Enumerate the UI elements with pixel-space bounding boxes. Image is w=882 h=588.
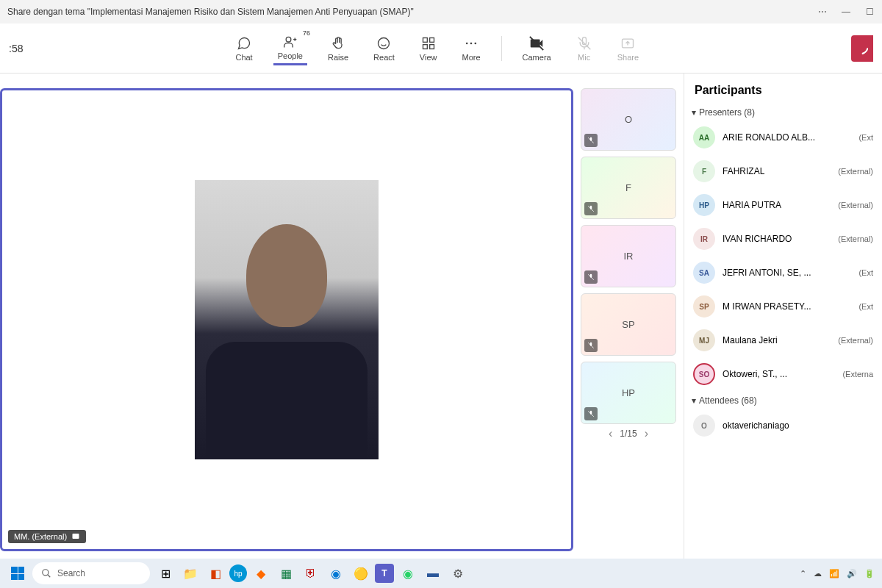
camera-button[interactable]: Camera: [518, 32, 556, 65]
battery-icon[interactable]: 🔋: [864, 569, 875, 578]
participant-row[interactable]: Ooktaverichaniago: [692, 410, 875, 441]
view-icon: [420, 35, 437, 51]
share-icon: [620, 35, 636, 51]
mcafee-icon[interactable]: ⛨: [300, 562, 322, 584]
svg-point-1: [379, 37, 390, 49]
participant-name: FAHRIZAL: [723, 166, 831, 176]
more-window-icon[interactable]: ⋯: [817, 7, 828, 17]
leave-button[interactable]: [851, 35, 873, 62]
windows-taskbar: Search ⊞ 📁 ◧ hp ◆ ▦ ⛨ ◉ 🟡 T ◉ ▬ ⚙ ⌃ ☁ 📶 …: [0, 559, 882, 588]
react-button[interactable]: React: [369, 32, 399, 65]
participant-row[interactable]: SAJEFRI ANTONI, SE, ...(Ext: [692, 257, 875, 288]
svg-point-7: [470, 42, 473, 44]
svg-point-6: [466, 42, 468, 44]
wifi-icon[interactable]: 📶: [829, 569, 839, 578]
speaker-name-label: MM. (External): [8, 530, 86, 543]
edge-icon[interactable]: ◉: [325, 562, 347, 584]
participant-row[interactable]: MJMaulana Jekri(External): [692, 325, 875, 356]
participant-tag: (Ext: [858, 268, 873, 277]
toolbar-divider: [501, 36, 502, 61]
raise-button[interactable]: Raise: [323, 32, 353, 65]
participant-thumbnail[interactable]: SP: [581, 293, 676, 356]
more-button[interactable]: More: [457, 32, 484, 65]
settings-icon[interactable]: ⚙: [447, 562, 469, 584]
excel-icon[interactable]: ▦: [275, 562, 297, 584]
pager-prev-icon[interactable]: ‹: [609, 427, 612, 440]
people-button[interactable]: People 76: [273, 31, 307, 65]
more-icon: [463, 35, 479, 51]
active-speaker-tile[interactable]: MM. (External): [0, 88, 573, 551]
pager-position: 1/15: [620, 429, 637, 439]
whatsapp-icon[interactable]: ◉: [397, 562, 419, 584]
participant-tag: (Ext: [858, 302, 873, 311]
avatar: SA: [693, 262, 715, 284]
minimize-icon[interactable]: —: [841, 7, 851, 17]
avatar: F: [693, 160, 715, 182]
chrome-icon[interactable]: 🟡: [350, 562, 372, 584]
participant-row[interactable]: FFAHRIZAL(External): [692, 156, 875, 187]
participant-row[interactable]: SPM IRWAN PRASETY...(Ext: [692, 291, 875, 322]
participant-row[interactable]: SOOktoweri, ST., ...(Externa: [692, 359, 875, 390]
participant-thumbnail[interactable]: F: [581, 157, 676, 219]
participant-thumbnail[interactable]: HP: [581, 362, 676, 424]
search-icon: [41, 568, 51, 578]
mic-button[interactable]: Mic: [572, 32, 597, 65]
tray-chevron-icon[interactable]: ⌃: [800, 569, 806, 578]
participant-tag: (External): [838, 234, 873, 243]
teams-icon[interactable]: T: [375, 564, 394, 583]
participant-name: Maulana Jekri: [723, 335, 831, 345]
avatar: IR: [615, 243, 642, 270]
office-icon[interactable]: ◧: [204, 562, 226, 584]
meeting-toolbar: :58 Chat People 76 Raise React View More: [0, 24, 882, 74]
windows-logo-icon: [11, 567, 24, 580]
share-button[interactable]: Share: [613, 32, 643, 65]
avatar: MJ: [693, 329, 715, 351]
raise-hand-icon: [330, 35, 346, 51]
taskbar-search[interactable]: Search: [32, 562, 150, 584]
leave-icon: [856, 43, 868, 54]
participant-tag: (Ext: [858, 133, 873, 142]
thumbnail-pager: ‹ 1/15 ›: [581, 424, 676, 440]
start-button[interactable]: [7, 563, 28, 584]
avatar: SO: [693, 363, 715, 385]
system-tray: ⌃ ☁ 📶 🔊 🔋: [800, 569, 875, 578]
chevron-down-icon: ▾: [692, 107, 696, 118]
avatar: HP: [693, 194, 715, 216]
hp-icon[interactable]: hp: [229, 564, 247, 582]
svg-rect-2: [423, 37, 427, 42]
avatar: SP: [693, 295, 715, 318]
avatar: HP: [615, 380, 642, 406]
chat-icon: [236, 35, 252, 51]
volume-icon[interactable]: 🔊: [847, 569, 857, 578]
pager-next-icon[interactable]: ›: [645, 427, 648, 440]
word-icon[interactable]: ▬: [422, 562, 444, 584]
participant-thumbnail[interactable]: IR: [581, 225, 676, 287]
chat-button[interactable]: Chat: [231, 32, 257, 65]
view-button[interactable]: View: [415, 32, 442, 65]
participant-tag: (External): [838, 167, 873, 176]
participant-thumbnail[interactable]: O: [581, 88, 676, 151]
chevron-down-icon: ▾: [692, 395, 696, 406]
window-title: Share dengan tema "Implementasi Manajeme…: [7, 7, 817, 17]
explorer-icon[interactable]: 📁: [179, 562, 201, 584]
participant-row[interactable]: AAARIE RONALDO ALB...(Ext: [692, 122, 875, 153]
panel-title: Participants: [692, 84, 875, 97]
participants-panel: Participants ▾ Presenters (8) AAARIE RON…: [684, 74, 882, 559]
muted-icon: [584, 407, 598, 420]
app-icon[interactable]: ◆: [250, 562, 272, 584]
onedrive-icon[interactable]: ☁: [814, 569, 822, 578]
presenters-section-toggle[interactable]: ▾ Presenters (8): [692, 107, 875, 118]
participant-tag: (External): [838, 201, 873, 209]
svg-rect-5: [429, 44, 434, 49]
maximize-icon[interactable]: ☐: [864, 7, 875, 17]
participant-name: HARIA PUTRA: [723, 200, 831, 210]
attendees-section-toggle[interactable]: ▾ Attendees (68): [692, 395, 875, 406]
task-view-icon[interactable]: ⊞: [154, 562, 176, 584]
svg-line-19: [48, 575, 51, 578]
react-icon: [376, 35, 392, 51]
participant-name: Oktoweri, ST., ...: [723, 369, 835, 379]
participant-row[interactable]: HPHARIA PUTRA(External): [692, 190, 875, 220]
participant-row[interactable]: IRIVAN RICHARDO(External): [692, 223, 875, 254]
pin-icon: [71, 532, 80, 541]
participant-name: IVAN RICHARDO: [723, 234, 831, 244]
